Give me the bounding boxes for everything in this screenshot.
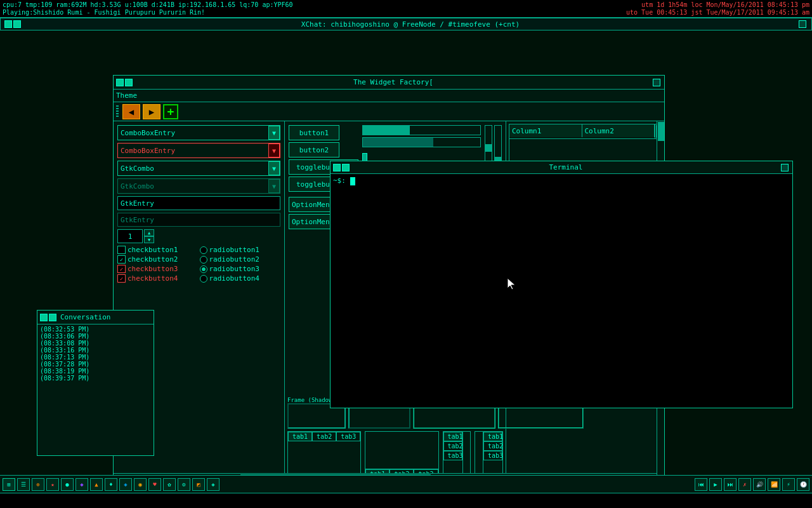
- taskbar-net-icon[interactable]: 📶: [768, 478, 780, 491]
- radio-4-circle[interactable]: [200, 275, 207, 283]
- taskbar-media-prev[interactable]: ⏮: [695, 478, 707, 491]
- progress-fill-1: [363, 126, 410, 135]
- terminal-title: Terminal: [351, 163, 781, 171]
- terminal-min-btn[interactable]: [333, 164, 341, 171]
- taskbar-icon-3[interactable]: ⊕: [32, 478, 44, 491]
- taskbar-icon-15[interactable]: ◈: [207, 478, 219, 491]
- combo3-arrow[interactable]: ▼: [268, 161, 280, 175]
- taskbar-icon-1[interactable]: ⊞: [3, 478, 15, 491]
- button1[interactable]: button1: [289, 125, 339, 140]
- conv-line-2: (08:33:06 PM): [40, 333, 151, 340]
- theme-bar: Theme: [114, 90, 664, 102]
- combo2-arrow[interactable]: ▼: [268, 144, 280, 157]
- tab-group-3-tab1[interactable]: tab1: [443, 432, 462, 441]
- radio-2-circle[interactable]: [200, 256, 207, 264]
- progress-bar-1: [362, 125, 481, 135]
- taskbar-icon-9[interactable]: ◈: [119, 478, 132, 491]
- spin-input[interactable]: [117, 229, 143, 243]
- terminal-window: Terminal ~$:: [330, 161, 793, 408]
- tab-group-1-tab1[interactable]: tab1: [288, 432, 312, 441]
- radiobutton-2[interactable]: radiobutton2: [200, 255, 281, 264]
- tree-col1-label: Column1: [512, 127, 541, 135]
- tab-group-4-tab2[interactable]: tab2: [483, 441, 502, 451]
- checkbox-1-box[interactable]: [117, 246, 126, 254]
- taskbar-icon-7[interactable]: ▲: [90, 478, 103, 491]
- playing-info: Playing:Shishido Rumi - Fushigi Purupuru…: [3, 9, 205, 16]
- terminal-close-btn[interactable]: [781, 164, 789, 171]
- add-button[interactable]: +: [163, 104, 178, 119]
- tree-header: Column1 Column2: [509, 124, 661, 139]
- tab-group-1: tab1 tab2 tab3: [287, 431, 361, 479]
- button2[interactable]: button2: [289, 142, 339, 157]
- tab-group-2: tab1 tab2 tab3: [365, 431, 438, 479]
- checkbox-3-box[interactable]: ✓: [117, 265, 126, 273]
- combo1-arrow[interactable]: ▼: [268, 126, 280, 140]
- wf-max-btn[interactable]: [125, 79, 133, 86]
- taskbar-icon-14[interactable]: ◩: [192, 478, 205, 491]
- progress-bar-2: [362, 137, 481, 147]
- radiobutton-1[interactable]: radiobutton1: [200, 246, 281, 254]
- xchat-close-btn[interactable]: [799, 20, 806, 28]
- tab-group-4-tab1[interactable]: tab1: [483, 432, 502, 441]
- top-status-bar: cpu:7 tmp:109 ram:692M hd:3.53G u:100B d…: [0, 0, 812, 18]
- checkbox-1[interactable]: checkbutton1: [117, 246, 199, 254]
- window-vscrollbar-thumb: [658, 122, 664, 141]
- radio-4-label: radiobutton4: [209, 274, 259, 283]
- spin-up-btn[interactable]: ▲: [144, 229, 154, 236]
- combo-box-entry-1[interactable]: ComboBoxEntry ▼: [117, 125, 280, 140]
- spin-down-btn[interactable]: ▼: [144, 236, 154, 243]
- radio-3-label: radiobutton3: [209, 265, 259, 273]
- taskbar-battery-icon[interactable]: ⚡: [782, 478, 795, 491]
- xchat-min-btn[interactable]: [4, 20, 12, 28]
- taskbar-icon-12[interactable]: ✿: [163, 478, 176, 491]
- checkbox-4[interactable]: ✓ checkbutton4: [117, 274, 199, 283]
- radio-1-circle[interactable]: [200, 246, 207, 254]
- checkbox-3[interactable]: ✓ checkbutton3: [117, 265, 199, 273]
- tab-group-1-tab2[interactable]: tab2: [312, 432, 336, 441]
- gtk-entry-2[interactable]: [117, 213, 280, 227]
- taskbar-icon-2[interactable]: ☰: [17, 478, 30, 491]
- tab-group-1-tab3[interactable]: tab3: [336, 432, 360, 441]
- checkbox-2[interactable]: ✓ checkbutton2: [117, 255, 199, 264]
- taskbar-vol-icon[interactable]: 🔊: [753, 478, 766, 491]
- conversation-window: Conversation (08:32:53 PM) (08:33:06 PM)…: [37, 310, 154, 456]
- taskbar-icon-13[interactable]: ⚙: [178, 478, 190, 491]
- taskbar-icon-10[interactable]: ◉: [134, 478, 147, 491]
- taskbar-icon-11[interactable]: ♥: [148, 478, 161, 491]
- radio-3-circle[interactable]: [200, 265, 207, 273]
- terminal-body: ~$:: [331, 174, 792, 188]
- checkbox-2-box[interactable]: ✓: [117, 255, 126, 264]
- taskbar-clock-icon[interactable]: 🕐: [797, 478, 809, 491]
- tab-group-3-tab2[interactable]: tab2: [443, 441, 462, 451]
- terminal-prompt: ~$:: [333, 177, 350, 185]
- radio-1-label: radiobutton1: [209, 246, 259, 254]
- taskbar-media-next[interactable]: ⏭: [724, 478, 737, 491]
- tab-group-4-tab3[interactable]: tab3: [483, 451, 502, 460]
- tab-group-3-tab3[interactable]: tab3: [443, 451, 462, 460]
- taskbar-icon-4[interactable]: ★: [46, 478, 59, 491]
- combo4-arrow[interactable]: ▼: [268, 179, 280, 193]
- forward-button[interactable]: ▶: [143, 104, 160, 119]
- radiobutton-4[interactable]: radiobutton4: [200, 274, 281, 283]
- checkbox-4-box[interactable]: ✓: [117, 274, 126, 283]
- conv-min-btn[interactable]: [40, 314, 48, 321]
- combo-box-entry-2[interactable]: ComboBoxEntry ▼: [117, 143, 280, 158]
- taskbar-media-play[interactable]: ▶: [709, 478, 722, 491]
- taskbar-icon-5[interactable]: ●: [61, 478, 74, 491]
- conv-line-3: (08:33:08 PM): [40, 340, 151, 347]
- taskbar-icon-6[interactable]: ◆: [75, 478, 88, 491]
- back-button[interactable]: ◀: [122, 104, 140, 119]
- taskbar-xchat-icon[interactable]: ✗: [738, 478, 751, 491]
- gtk-entry-1[interactable]: [117, 196, 280, 210]
- terminal-max-btn[interactable]: [342, 164, 350, 171]
- gtk-combo-1[interactable]: GtkCombo ▼: [117, 161, 280, 176]
- radiobutton-3[interactable]: radiobutton3: [200, 265, 281, 273]
- gtk-combo-2[interactable]: GtkCombo ▼: [117, 178, 280, 194]
- xchat-max-btn[interactable]: [13, 20, 21, 28]
- taskbar-icon-8[interactable]: ♦: [105, 478, 117, 491]
- wf-close-btn[interactable]: [653, 79, 660, 86]
- wf-min-btn[interactable]: [116, 79, 124, 86]
- conversation-title: Conversation: [58, 313, 151, 321]
- xchat-title: XChat: chibihogoshino @ FreeNode / #time…: [22, 20, 799, 29]
- conv-max-btn[interactable]: [49, 314, 56, 321]
